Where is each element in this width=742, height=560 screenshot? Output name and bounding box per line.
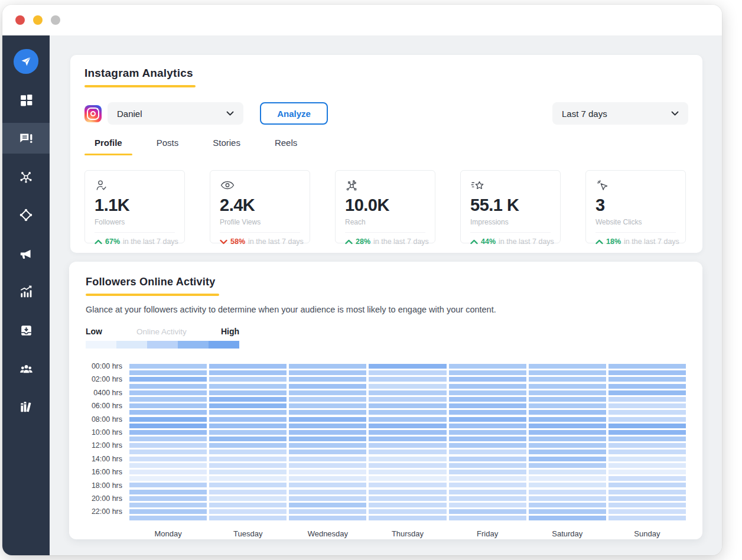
- maximize-button[interactable]: [51, 15, 60, 25]
- sidebar-item-home[interactable]: [2, 46, 50, 77]
- sidebar-item-inbox[interactable]: [2, 315, 50, 346]
- account-select[interactable]: Daniel: [108, 102, 243, 125]
- heatmap-cell: [449, 437, 526, 441]
- heatmap-cell: [129, 503, 207, 507]
- heatmap-hour-label: 16:00 hrs: [92, 467, 122, 477]
- analyze-button[interactable]: Analyze: [260, 102, 328, 125]
- tab-stories[interactable]: Stories: [203, 138, 250, 155]
- heatmap-cell: [129, 496, 207, 501]
- trend-up-icon: [95, 239, 102, 245]
- reach-icon: [345, 178, 425, 193]
- heatmap-day-label: Wednesday: [289, 529, 366, 538]
- close-button[interactable]: [15, 15, 25, 25]
- heatmap-day-label: Saturday: [529, 529, 606, 538]
- heatmap-cell: [449, 463, 526, 468]
- profile-views-icon: [220, 178, 300, 193]
- activity-legend: Low Online Activity High: [86, 327, 239, 336]
- activity-title-underline: [86, 294, 219, 296]
- sidebar-item-analytics[interactable]: [2, 276, 50, 307]
- heatmap-cell: [449, 377, 526, 382]
- heatmap-cell: [289, 490, 366, 494]
- heatmap-cell: [608, 463, 686, 468]
- heatmap-cell: [529, 377, 606, 382]
- heatmap-cell: [369, 443, 446, 448]
- heatmap-cell: [289, 390, 366, 395]
- sidebar-item-promote[interactable]: [2, 238, 50, 269]
- stat-card-impressions: 55.1 K Impressions 44% in the last 7 day…: [460, 170, 561, 243]
- stat-value: 2.4K: [220, 196, 300, 215]
- heatmap-cell: [209, 417, 287, 422]
- heatmap-cell: [449, 370, 526, 375]
- stat-label: Impressions: [470, 218, 551, 226]
- sidebar-item-posts[interactable]: [2, 123, 50, 154]
- followers-icon: [95, 178, 175, 193]
- stat-label: Profile Views: [220, 218, 300, 226]
- minimize-button[interactable]: [33, 15, 43, 25]
- heatmap-cell: [289, 516, 366, 520]
- heatmap-cell: [608, 503, 686, 507]
- heatmap-cell: [608, 377, 686, 382]
- heatmap-cell: [529, 457, 606, 461]
- chevron-down-icon: [226, 111, 234, 116]
- sidebar-item-team[interactable]: [2, 353, 50, 384]
- date-range-select[interactable]: Last 7 days: [552, 102, 688, 125]
- heatmap-cell: [449, 476, 526, 481]
- heatmap-cell: [529, 483, 606, 487]
- heatmap-hour-labels: 00:00 hrs02:00 hrs0400 hrs06:00 hrs08:00…: [86, 364, 122, 520]
- heatmap-cell: [529, 463, 606, 468]
- tab-reels[interactable]: Reels: [265, 138, 307, 155]
- tab-profile[interactable]: Profile: [84, 138, 132, 155]
- sidebar-item-library[interactable]: [2, 392, 50, 422]
- account-select-value: Daniel: [117, 109, 142, 119]
- posts-icon: [18, 131, 34, 146]
- heatmap-cell: [289, 403, 366, 408]
- sidebar-item-connect[interactable]: [2, 161, 50, 192]
- heatmap-cell: [529, 490, 606, 494]
- heatmap-column-monday: [129, 364, 207, 520]
- heatmap-cell: [449, 403, 526, 408]
- heatmap-column-wednesday: [289, 364, 366, 520]
- heatmap-cell: [209, 496, 287, 501]
- heatmap-cell: [369, 410, 446, 415]
- legend-gradient-bar: [86, 341, 239, 349]
- heatmap-cell: [289, 430, 366, 435]
- instagram-analytics-card: Instagram Analytics Daniel Analyze Last …: [70, 55, 702, 253]
- connect-icon: [18, 169, 34, 184]
- legend-high-label: High: [221, 327, 239, 336]
- heatmap-cell: [129, 463, 207, 468]
- heatmap-cell: [209, 490, 287, 494]
- heatmap-cell: [369, 430, 446, 435]
- stat-trend: 18% in the last 7 days: [595, 237, 676, 246]
- heatmap-cell: [369, 516, 446, 520]
- heatmap-cell: [608, 457, 686, 461]
- heatmap-cell: [529, 430, 606, 435]
- heatmap-column-saturday: [529, 364, 606, 520]
- heatmap-hour-label: 02:00 hrs: [92, 375, 122, 384]
- heatmap-cell: [289, 509, 366, 514]
- heatmap-cell: [129, 509, 207, 514]
- heatmap-cell: [449, 424, 526, 428]
- trend-up-icon: [345, 239, 353, 245]
- heatmap-cell: [129, 450, 207, 454]
- heatmap-cell: [289, 476, 366, 481]
- heatmap-cell: [129, 370, 207, 375]
- sidebar-item-dashboard[interactable]: [2, 84, 50, 115]
- sidebar-item-accounts[interactable]: [2, 200, 50, 230]
- heatmap-cell: [209, 370, 287, 375]
- heatmap-cell: [608, 496, 686, 501]
- tab-posts[interactable]: Posts: [147, 138, 189, 155]
- heatmap-cell: [608, 397, 686, 402]
- heatmap-cell: [129, 390, 207, 395]
- heatmap-cell: [449, 490, 526, 494]
- heatmap-cell: [209, 430, 287, 435]
- chevron-down-icon: [671, 111, 679, 116]
- heatmap-cell: [129, 430, 207, 435]
- followers-activity-card: Followers Online Activity Glance at your…: [69, 262, 702, 539]
- heatmap-cell: [449, 397, 526, 402]
- heatmap-cell: [449, 509, 526, 514]
- heatmap-cell: [209, 509, 287, 514]
- stats-row: 1.1K Followers 67% in the last 7 days: [84, 170, 688, 243]
- heatmap-cell: [289, 463, 366, 468]
- heatmap-cell: [369, 476, 446, 481]
- heatmap-cell: [529, 470, 606, 474]
